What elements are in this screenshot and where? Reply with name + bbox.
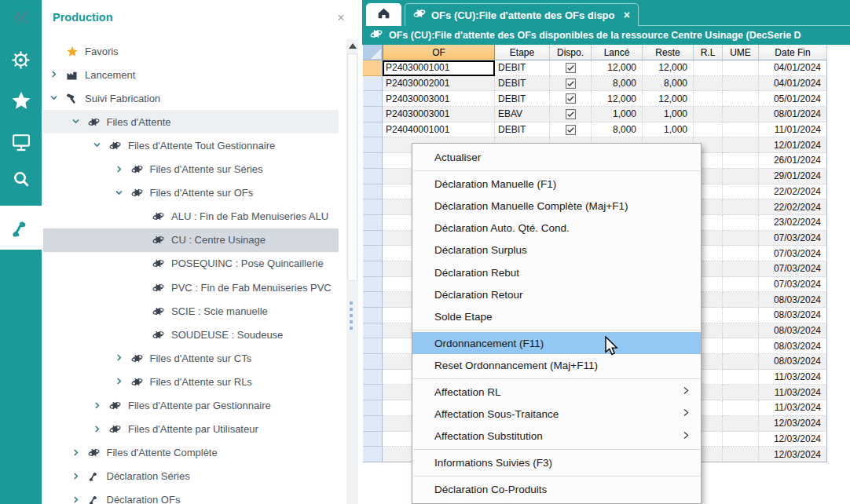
cell-ume[interactable] [723,370,759,385]
menu-item-actualiser[interactable]: Actualiser [412,147,701,169]
favorites-star-icon[interactable] [0,80,42,121]
cell-date[interactable]: 07/03/2024 [759,246,827,261]
menu-item-solde-etape[interactable]: Solde Etape [412,305,701,327]
panel-close-icon[interactable]: × [334,11,348,25]
chevron-right-icon[interactable] [114,352,125,363]
tree-item-favoris[interactable]: Favoris [43,39,339,63]
cell-date[interactable]: 04/01/2024 [759,76,827,92]
cell-date[interactable]: 05/01/2024 [759,91,827,107]
row-selector-gutter[interactable] [363,354,383,370]
tree-item-lancement[interactable]: Lancement [43,63,339,86]
menu-item-d-claration-surplus[interactable]: Déclaration Surplus [412,239,701,261]
cell-date[interactable]: 07/03/2024 [759,231,827,247]
dispo-checkbox[interactable] [566,93,576,104]
cell-reste[interactable]: 12,000 [643,91,694,107]
cell-ume[interactable] [723,91,759,107]
tree-item-posequinc-pose-quincaillerie[interactable]: POSEQUINC : Pose Quincaillerie [43,252,339,276]
chevron-right-icon[interactable] [114,164,125,175]
menu-item-d-claration-co-produits[interactable]: Déclaration Co-Produits [412,478,701,500]
column-header-etape[interactable]: Etape [495,45,550,60]
collapse-panel-icon[interactable] [0,0,42,38]
dispo-checkbox[interactable] [566,109,576,119]
cell-ume[interactable] [723,137,759,153]
cell-date[interactable]: 08/03/2024 [759,354,827,370]
menu-item-affectation-sous-traitance[interactable]: Affectation Sous-Traitance [412,403,701,425]
cell-reste[interactable]: 1,000 [643,122,694,138]
cell-date[interactable]: 07/03/2024 [759,277,827,293]
dispo-checkbox[interactable] [566,63,576,73]
tree-item-d-claration-ofs[interactable]: Déclaration OFs [43,488,339,504]
tree-item-soudeuse-soudeuse[interactable]: SOUDEUSE : Soudeuse [43,323,339,346]
cell-etape[interactable]: DEBIT [495,91,550,107]
menu-item-affectation-rl[interactable]: Affectation RL [412,381,701,403]
column-header-date-fin[interactable]: Date Fin [759,45,827,60]
cell-date[interactable]: 04/01/2024 [759,60,827,76]
search-icon[interactable] [0,159,42,199]
scrollbar-thumb[interactable] [347,53,357,281]
row-selector-gutter[interactable] [363,122,383,138]
tree-item-alu-fin-de-fab-menuiseries-alu[interactable]: ALU : Fin de Fab Menuiseries ALU [43,205,339,228]
tree-item-files-d-attente-par-utilisateur[interactable]: Files d'Attente par Utilisateur [43,418,339,441]
row-selector-gutter[interactable] [363,153,383,169]
row-selector-gutter[interactable] [363,416,383,432]
cell-ume[interactable] [723,76,759,92]
cell-date[interactable]: 12/03/2024 [759,416,827,432]
menu-item-ordonnancement-f11[interactable]: Ordonnancement (F11) [412,332,701,354]
column-header-r-l[interactable]: R.L [694,45,723,60]
tree-scrollbar[interactable] [346,39,358,504]
cell-rl[interactable] [694,60,723,76]
cell-ume[interactable] [723,338,759,354]
row-selector-gutter[interactable] [363,107,383,122]
tree-item-files-d-attente-sur-cts[interactable]: Files d'Attente sur CTs [43,346,339,370]
cell-rl[interactable] [694,122,723,138]
cell-of[interactable]: P24030003001 [383,107,495,122]
cell-rl[interactable] [694,91,723,107]
tab-close-icon[interactable]: × [624,9,630,21]
tree-item-files-d-attente-sur-ofs[interactable]: Files d'Attente sur OFs [43,181,339,205]
menu-item-d-claration-rebut[interactable]: Déclaration Rebut [412,261,701,283]
cell-dispo[interactable] [550,60,592,76]
column-header-lanc[interactable]: Lancé [592,45,643,60]
row-selector-gutter[interactable] [363,277,383,293]
monitor-icon[interactable] [0,122,42,163]
chevron-right-icon[interactable] [71,471,82,482]
chevron-right-icon[interactable] [71,495,82,504]
cell-date[interactable]: 12/03/2024 [759,432,827,447]
cell-ume[interactable] [723,432,759,447]
select-all-corner[interactable] [363,45,383,60]
cell-lance[interactable]: 12,000 [592,91,643,107]
scroll-up-arrow-icon[interactable] [346,39,358,52]
cell-ume[interactable] [723,184,759,200]
tree-item-scie-scie-manuelle[interactable]: SCIE : Scie manuelle [43,299,339,323]
cell-ume[interactable] [723,292,759,308]
cell-lance[interactable]: 8,000 [592,76,643,92]
row-selector-gutter[interactable] [363,385,383,400]
chevron-down-icon[interactable] [49,93,60,104]
tree-item-files-d-attente-tout-gestionnaire[interactable]: Files d'Attente Tout Gestionnaire [43,133,339,157]
menu-item-d-claration-manuelle-f1[interactable]: Déclaration Manuelle (F1) [412,173,701,195]
tree-item-files-d-attente[interactable]: Files d'Attente [43,110,339,133]
row-selector-gutter[interactable] [363,246,383,261]
cell-etape[interactable]: DEBIT [495,60,550,76]
cell-ume[interactable] [723,323,759,339]
cell-dispo[interactable] [550,76,592,92]
chevron-down-icon[interactable] [71,116,82,127]
cell-reste[interactable]: 1,000 [643,107,694,122]
row-selector-gutter[interactable] [363,261,383,277]
row-selector-gutter[interactable] [363,370,383,385]
cell-ume[interactable] [723,261,759,277]
row-selector-gutter[interactable] [363,447,383,462]
cell-ume[interactable] [723,153,759,169]
cell-etape[interactable]: DEBIT [495,76,550,92]
tree-item-files-d-attente-par-gestionnaire[interactable]: Files d'Attente par Gestionnaire [43,394,339,418]
chevron-right-icon[interactable] [114,376,125,387]
cell-rl[interactable] [694,76,723,92]
cell-date[interactable]: 26/01/2024 [759,153,827,169]
cell-rl[interactable] [694,107,723,122]
menu-item-d-claration-retour[interactable]: Déclaration Retour [412,283,701,305]
chevron-right-icon[interactable] [92,400,103,411]
row-selector-gutter[interactable] [363,292,383,308]
cell-date[interactable]: 12/03/2024 [759,447,827,462]
cell-date[interactable]: 22/02/2024 [759,184,827,200]
cell-dispo[interactable] [550,122,592,138]
